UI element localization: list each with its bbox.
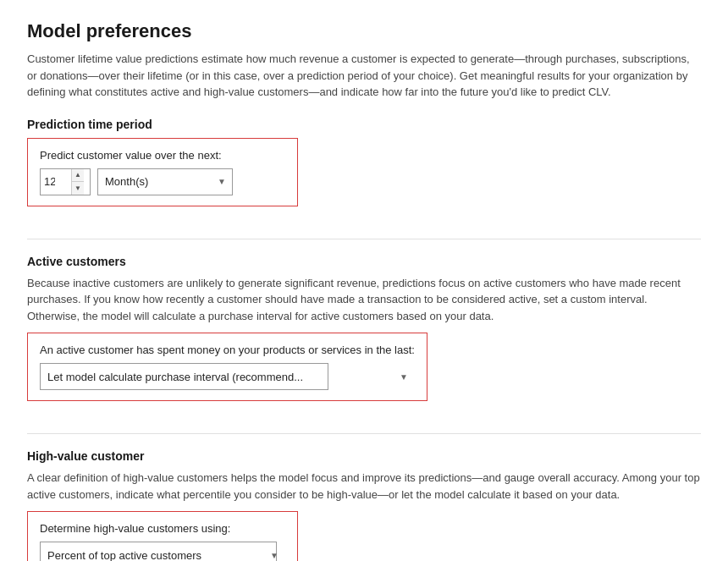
number-input-wrap[interactable]: ▲ ▼ xyxy=(40,168,91,195)
main-content: Model preferences Customer lifetime valu… xyxy=(0,0,728,561)
prediction-bordered-box: Predict customer value over the next: ▲ … xyxy=(27,138,298,206)
prediction-number-input[interactable] xyxy=(41,169,71,195)
highvalue-section-title: High-value customer xyxy=(27,449,701,463)
divider-2 xyxy=(27,433,701,434)
page-title: Model preferences xyxy=(27,20,701,42)
divider-1 xyxy=(27,239,701,239)
highvalue-bordered-box: Determine high-value customers using: Pe… xyxy=(27,511,298,561)
period-select[interactable]: Month(s) Year(s) Quarter(s) xyxy=(97,168,233,195)
intro-text: Customer lifetime value predictions esti… xyxy=(27,51,701,101)
active-bordered-box: An active customer has spent money on yo… xyxy=(27,333,427,401)
prediction-section-title: Prediction time period xyxy=(27,118,701,131)
highvalue-select-wrap[interactable]: Percent of top active customers Model ca… xyxy=(40,542,285,561)
highvalue-select[interactable]: Percent of top active customers Model ca… xyxy=(40,542,277,561)
prediction-input-row: ▲ ▼ Month(s) Year(s) Quarter(s) ▼ xyxy=(40,168,285,195)
highvalue-box-label: Determine high-value customers using: xyxy=(40,522,285,535)
active-select[interactable]: Let model calculate purchase interval (r… xyxy=(40,363,328,390)
spin-up-button[interactable]: ▲ xyxy=(72,169,84,183)
spin-buttons: ▲ ▼ xyxy=(71,169,84,195)
highvalue-section-desc: A clear definition of high-value custome… xyxy=(27,470,701,503)
prediction-box-label: Predict customer value over the next: xyxy=(40,149,285,162)
active-section-title: Active customers xyxy=(27,255,701,268)
active-box-label: An active customer has spent money on yo… xyxy=(40,344,415,356)
period-select-wrap[interactable]: Month(s) Year(s) Quarter(s) ▼ xyxy=(97,168,233,195)
active-select-wrap[interactable]: Let model calculate purchase interval (r… xyxy=(40,363,415,390)
spin-down-button[interactable]: ▼ xyxy=(72,182,84,195)
active-section-desc: Because inactive customers are unlikely … xyxy=(27,275,701,325)
active-select-arrow: ▼ xyxy=(400,372,408,382)
